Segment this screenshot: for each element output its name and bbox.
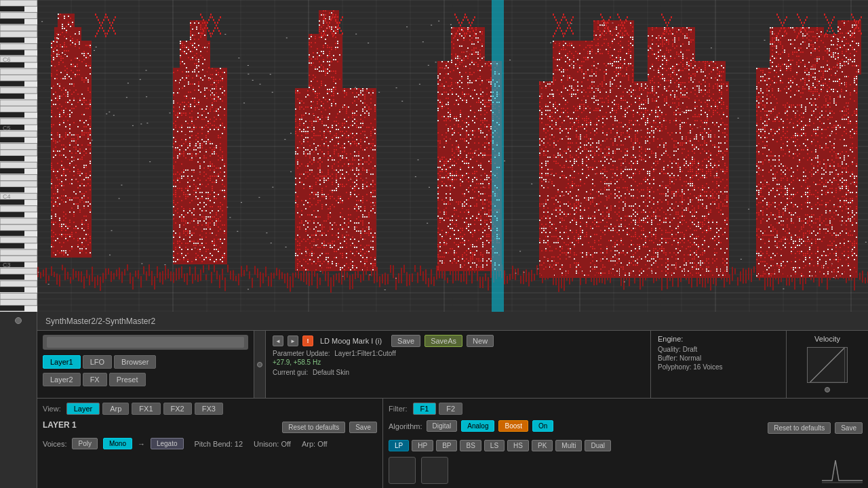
current-gui-value: Default Skin bbox=[313, 369, 349, 376]
poly-button[interactable]: Poly bbox=[72, 438, 97, 449]
filter-pk-button[interactable]: PK bbox=[532, 440, 553, 451]
grid-area[interactable] bbox=[37, 0, 868, 312]
filter-reset-button[interactable]: Reset to defaults bbox=[768, 422, 831, 434]
layer-title: LAYER 1 bbox=[43, 420, 77, 430]
filter-lp-button[interactable]: LP bbox=[389, 440, 409, 451]
filter-ls-button[interactable]: LS bbox=[484, 440, 505, 451]
save-as-button[interactable]: SaveAs bbox=[425, 335, 462, 347]
excl-button[interactable]: ! bbox=[302, 336, 313, 346]
filter-hs-button[interactable]: HS bbox=[507, 440, 529, 451]
velocity-curve bbox=[808, 348, 847, 382]
next-preset-button[interactable]: ► bbox=[288, 336, 298, 346]
plugin-info-area: ◄ ► ! LD Moog Mark I (i) Save SaveAs New… bbox=[266, 331, 651, 398]
plugin-title-bar: SynthMaster2/2-SynthMaster2 bbox=[37, 312, 868, 331]
unison-label: Unison: Off bbox=[254, 440, 291, 448]
notes-canvas bbox=[37, 0, 868, 312]
tab-layer1[interactable]: Layer1 bbox=[43, 355, 81, 369]
analog-button[interactable]: Analog bbox=[461, 420, 494, 432]
engine-label: Engine: bbox=[658, 335, 779, 343]
tab-browser[interactable]: Browser bbox=[114, 355, 156, 369]
velocity-knob[interactable] bbox=[825, 386, 830, 394]
bottom-left-panel: View: Layer Arp FX1 FX2 FX3 LAYER 1 Rese… bbox=[37, 399, 383, 488]
filter-tabs: Filter: F1 F2 bbox=[389, 403, 863, 415]
layer-tabs-row2: Layer2 FX Preset bbox=[43, 373, 248, 386]
preset-bar-fill bbox=[47, 337, 244, 348]
filter-type-row: LP HP BP BS LS HS PK Multi Dual bbox=[389, 440, 863, 451]
mono-button[interactable]: Mono bbox=[103, 438, 132, 449]
filter-curve-graphic bbox=[822, 457, 863, 484]
digital-button[interactable]: Digital bbox=[427, 420, 458, 432]
filter-knobs-area bbox=[389, 457, 863, 484]
view-tab-layer[interactable]: Layer bbox=[66, 403, 100, 415]
plugin-left-scroll bbox=[0, 312, 37, 488]
filter-label: Filter: bbox=[389, 405, 408, 413]
tab-layer2[interactable]: Layer2 bbox=[43, 373, 81, 386]
scroll-knob[interactable] bbox=[15, 317, 22, 324]
plugin-panel: SynthMaster2/2-SynthMaster2 Layer1 LFO B… bbox=[37, 312, 868, 488]
piano-roll: C6 C5 C4 C3 bbox=[0, 0, 868, 312]
scroll-circle[interactable] bbox=[257, 362, 262, 367]
filter-bp-button[interactable]: BP bbox=[436, 440, 457, 451]
note-label-c5: C5 bbox=[3, 125, 11, 131]
filter-knob-2[interactable] bbox=[421, 457, 448, 484]
note-label-c4: C4 bbox=[3, 193, 11, 200]
save-button[interactable]: Save bbox=[391, 335, 420, 347]
svg-line-0 bbox=[810, 348, 845, 382]
current-gui-label: Current gui: bbox=[273, 369, 308, 376]
layer-tabs-row1: Layer1 LFO Browser bbox=[43, 355, 248, 369]
param-update-row: Parameter Update: Layer1:Filter1:Cutoff bbox=[273, 350, 644, 357]
bottom-section: View: Layer Arp FX1 FX2 FX3 LAYER 1 Rese… bbox=[37, 399, 868, 488]
bottom-right-panel: Filter: F1 F2 Algorithm: Digital Analog … bbox=[383, 399, 868, 488]
filter-f1-button[interactable]: F1 bbox=[413, 403, 437, 415]
tab-fx[interactable]: FX bbox=[83, 373, 107, 386]
piano-keys: C6 C5 C4 C3 bbox=[0, 0, 37, 312]
note-label-c3: C3 bbox=[3, 262, 11, 268]
preset-bar bbox=[43, 335, 248, 350]
mono-arrow: → bbox=[138, 440, 145, 448]
new-button[interactable]: New bbox=[467, 335, 494, 347]
algorithm-row: Algorithm: Digital Analog Boost On bbox=[389, 420, 553, 432]
algorithm-label: Algorithm: bbox=[389, 422, 422, 430]
view-label: View: bbox=[43, 405, 61, 413]
boost-button[interactable]: Boost bbox=[498, 420, 528, 432]
arp-label: Arp: Off bbox=[302, 440, 328, 448]
view-tab-fx2[interactable]: FX2 bbox=[163, 403, 192, 415]
on-button[interactable]: On bbox=[532, 420, 553, 432]
filter-dual-button[interactable]: Dual bbox=[585, 440, 611, 451]
preset-name-row: ◄ ► ! LD Moog Mark I (i) Save SaveAs New bbox=[273, 335, 644, 347]
note-label-c6: C6 bbox=[3, 56, 11, 63]
view-tab-fx3[interactable]: FX3 bbox=[195, 403, 223, 415]
prev-preset-button[interactable]: ◄ bbox=[273, 336, 283, 346]
filter-hp-button[interactable]: HP bbox=[412, 440, 433, 451]
engine-panel: Engine: Quality: Draft Buffer: Normal Po… bbox=[651, 331, 787, 398]
layer-reset-button[interactable]: Reset to defaults bbox=[282, 422, 345, 433]
filter-bs-button[interactable]: BS bbox=[460, 440, 481, 451]
velocity-panel: Velocity bbox=[787, 331, 868, 398]
playhead-column bbox=[492, 0, 504, 312]
voices-row: Voices: Poly Mono → Legato Pitch Bend: 1… bbox=[43, 438, 377, 449]
engine-buffer: Buffer: Normal bbox=[658, 354, 779, 362]
tab-preset[interactable]: Preset bbox=[109, 373, 146, 386]
layer-save-button[interactable]: Save bbox=[349, 422, 377, 433]
view-tab-fx1[interactable]: FX1 bbox=[132, 403, 160, 415]
filter-knob-1[interactable] bbox=[389, 457, 416, 484]
engine-polyphony: Polyphony: 16 Voices bbox=[658, 363, 779, 371]
engine-quality: Quality: Draft bbox=[658, 346, 779, 353]
current-gui-row: Current gui: Default Skin bbox=[273, 369, 644, 376]
tab-lfo[interactable]: LFO bbox=[83, 355, 112, 369]
view-tab-arp[interactable]: Arp bbox=[102, 403, 129, 415]
param-coords: +27.9, +58.5 Hz bbox=[273, 359, 644, 366]
pitch-bend-label: Pitch Bend: 12 bbox=[195, 440, 243, 448]
preset-name: LD Moog Mark I (i) bbox=[320, 337, 382, 345]
velocity-graphic[interactable] bbox=[807, 347, 848, 383]
filter-f2-button[interactable]: F2 bbox=[439, 403, 462, 415]
filter-multi-button[interactable]: Multi bbox=[555, 440, 582, 451]
layer-actions: Reset to defaults Save bbox=[282, 422, 377, 433]
filter-actions: Reset to defaults Save bbox=[768, 422, 863, 434]
view-tabs: View: Layer Arp FX1 FX2 FX3 bbox=[43, 403, 377, 415]
filter-save-button[interactable]: Save bbox=[835, 422, 863, 434]
param-update-label: Parameter Update: bbox=[273, 350, 330, 357]
legato-button[interactable]: Legato bbox=[151, 438, 184, 449]
param-update-value: Layer1:Filter1:Cutoff bbox=[334, 350, 395, 357]
voices-label: Voices: bbox=[43, 440, 66, 448]
